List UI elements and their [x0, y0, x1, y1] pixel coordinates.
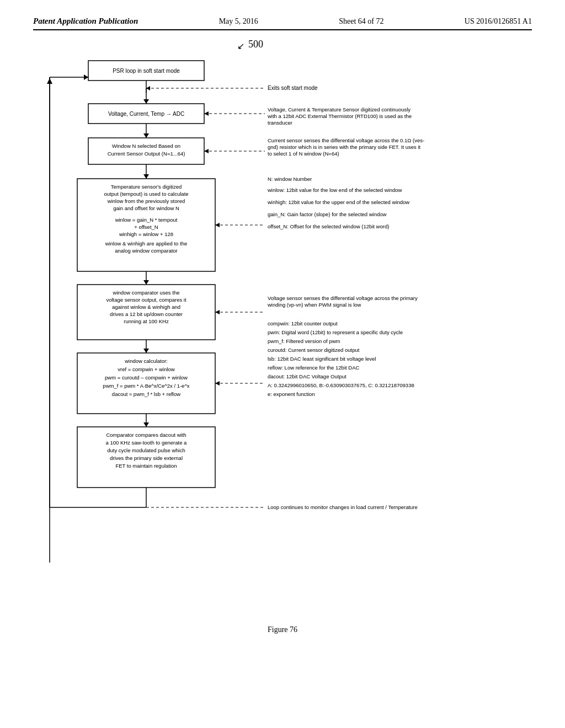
- svg-text:drives the primary side extern: drives the primary side external: [110, 455, 183, 461]
- page-header: Patent Application Publication May 5, 20…: [33, 17, 532, 30]
- svg-text:winlow & winhigh are applied t: winlow & winhigh are applied to the: [105, 240, 187, 247]
- svg-marker-46: [143, 280, 149, 285]
- svg-text:to select 1 of N window (N=64): to select 1 of N window (N=64): [268, 151, 339, 157]
- svg-text:pwm = curoutd – compwin + winl: pwm = curoutd – compwin + winlow: [105, 374, 188, 381]
- svg-text:dacout ≈ pwm_f * lsb + reflow: dacout ≈ pwm_f * lsb + reflow: [112, 391, 180, 397]
- svg-text:Voltage sensor senses the diff: Voltage sensor senses the differential v…: [268, 295, 418, 301]
- svg-text:analog window comparator: analog window comparator: [115, 248, 178, 254]
- svg-text:PSR loop in soft start mode: PSR loop in soft start mode: [113, 68, 180, 74]
- svg-text:output (tempout) is used to ca: output (tempout) is used to calculate: [104, 191, 188, 197]
- svg-text:N: window Number: N: window Number: [268, 176, 312, 182]
- svg-text:Voltage, Current & Temperature: Voltage, Current & Temperature Sensor di…: [268, 106, 411, 113]
- svg-marker-91: [47, 78, 52, 84]
- svg-text:lsb: 12bit DAC least significa: lsb: 12bit DAC least significant bit vol…: [268, 356, 376, 362]
- patent-number: US 2016/0126851 A1: [465, 17, 532, 26]
- svg-text:voltage sensor output, compare: voltage sensor output, compares it: [106, 297, 186, 303]
- svg-text:window comparator uses the: window comparator uses the: [113, 290, 180, 296]
- publication-label: Patent Application Publication: [33, 17, 138, 26]
- svg-text:winlow = gain_N * tempout: winlow = gain_N * tempout: [115, 217, 178, 223]
- svg-marker-5: [146, 86, 150, 90]
- svg-text:winding (vp-vn) when PWM signa: winding (vp-vn) when PWM signal is low: [267, 302, 361, 308]
- svg-text:winhigh: 12bit value for the u: winhigh: 12bit value for the upper end o…: [267, 199, 409, 205]
- svg-text:pwm_f = pwm * A·Be^x/Ce^2x / 1: pwm_f = pwm * A·Be^x/Ce^2x / 1-e^x: [103, 383, 190, 389]
- svg-text:Exits soft start mode: Exits soft start mode: [268, 85, 318, 91]
- svg-marker-12: [204, 111, 209, 116]
- svg-text:e: exponent function: e: exponent function: [268, 391, 315, 397]
- svg-text:Temperature  sensor's  digitiz: Temperature sensor's digitized: [111, 184, 182, 190]
- page-container: Patent Application Publication May 5, 20…: [0, 0, 565, 728]
- svg-text:Comparator compares dacout wit: Comparator compares dacout with: [106, 432, 186, 438]
- svg-text:pwm: Digital word (12bit) to r: pwm: Digital word (12bit) to represent a…: [268, 329, 403, 335]
- svg-text:winlow from the previously sto: winlow from the previously stored: [107, 198, 185, 204]
- svg-text:Loop continues to monitor chan: Loop continues to monitor changes in loa…: [268, 504, 418, 510]
- svg-text:running at 100 KHz: running at 100 KHz: [124, 318, 169, 324]
- svg-text:gain_N: Gain factor (slope) fo: gain_N: Gain factor (slope) for the sele…: [268, 211, 387, 217]
- svg-text:pwm_f: Filtered version of pwm: pwm_f: Filtered version of pwm: [268, 338, 340, 344]
- svg-marker-27: [143, 174, 149, 179]
- svg-text:+ offset_N: + offset_N: [134, 224, 158, 230]
- svg-marker-77: [143, 422, 149, 427]
- svg-text:window calculator:: window calculator:: [124, 358, 168, 364]
- svg-text:with a 12bit ADC  External The: with a 12bit ADC External Thermistor (RT…: [267, 113, 412, 119]
- svg-text:Current sensor senses the diff: Current sensor senses the differential v…: [268, 137, 424, 143]
- svg-text:dacout: 12bit DAC Voltage Outp: dacout: 12bit DAC Voltage Output: [268, 373, 347, 379]
- figure-caption: Figure 76: [33, 624, 532, 634]
- svg-text:gnd) resistor which is in seri: gnd) resistor which is in series with th…: [268, 144, 421, 150]
- svg-text:A: 0.3242996010650, B:-0.63090: A: 0.3242996010650, B:-0.630903037675, C…: [268, 382, 414, 388]
- svg-text:against winlow & winhigh and: against winlow & winhigh and: [112, 304, 180, 310]
- svg-text:a 100 KHz saw-tooth to generat: a 100 KHz saw-tooth to generate a: [106, 440, 188, 446]
- svg-text:duty cycle modulated pulse whi: duty cycle modulated pulse which: [107, 447, 185, 453]
- svg-marker-54: [215, 310, 220, 314]
- svg-text:vref = compwin + winlow: vref = compwin + winlow: [118, 366, 175, 372]
- svg-text:winhigh = winlow + 128: winhigh = winlow + 128: [119, 231, 173, 237]
- date-label: May 5, 2016: [219, 17, 258, 26]
- svg-text:offset_N: Offset for the selec: offset_N: Offset for the selected window…: [268, 223, 389, 229]
- svg-text:curoutd: Current sensor digiti: curoutd: Current sensor digitized output: [268, 347, 360, 353]
- svg-marker-39: [215, 223, 220, 227]
- svg-text:transducer: transducer: [268, 120, 292, 126]
- svg-text:compwin: 12bit counter output: compwin: 12bit counter output: [268, 320, 338, 326]
- svg-text:Window N selected  Based  on: Window N selected Based on: [112, 143, 180, 149]
- svg-text:FET to maintain regulation: FET to maintain regulation: [115, 463, 177, 469]
- flowchart-svg: PSR loop in soft start mode Exits soft s…: [33, 44, 541, 623]
- svg-text:Voltage, Current, Temp → ADC: Voltage, Current, Temp → ADC: [108, 111, 184, 117]
- svg-marker-66: [215, 381, 220, 386]
- svg-text:reflow: Low reference for the : reflow: Low reference for the 12bit DAC: [268, 365, 359, 371]
- svg-text:gain and offset for window N: gain and offset for window N: [113, 205, 179, 211]
- svg-text:Current Sensor Output (N=1...6: Current Sensor Output (N=1...64): [108, 151, 185, 157]
- svg-marker-58: [143, 349, 149, 353]
- svg-marker-17: [143, 133, 149, 138]
- svg-text:winlow: 12bit value for the lo: winlow: 12bit value for the low end of t…: [267, 187, 402, 193]
- sheet-label: Sheet 64 of 72: [339, 17, 383, 26]
- svg-marker-88: [84, 74, 88, 80]
- svg-text:drives a 12 bit up/down counte: drives a 12 bit up/down counter: [110, 311, 183, 317]
- svg-marker-8: [143, 99, 149, 104]
- svg-marker-22: [204, 149, 209, 153]
